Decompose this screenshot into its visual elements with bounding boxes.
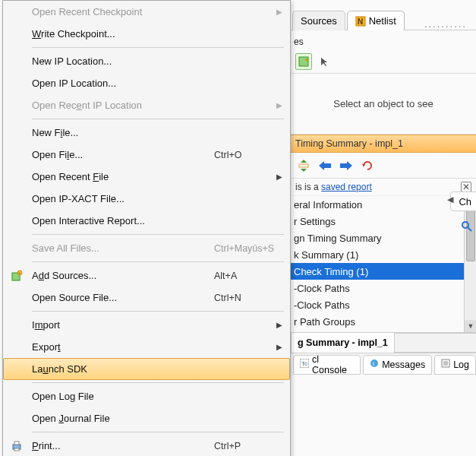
saved-report-text: is is a saved report xyxy=(295,182,456,192)
saved-report-prefix: is is a xyxy=(295,182,321,192)
source-icon-button[interactable] xyxy=(295,53,312,70)
netlist-icon: N xyxy=(355,16,366,27)
side-tab-arrow-icon[interactable]: ◀ xyxy=(447,195,453,204)
tab-sources-label: Sources xyxy=(301,15,337,27)
svg-marker-5 xyxy=(301,160,307,163)
menu-separator xyxy=(32,261,284,262)
menu-open-source-file[interactable]: Open Source File... Ctrl+N xyxy=(3,287,290,309)
scrollbar[interactable]: ▲ ▼ xyxy=(464,196,476,332)
menu-label: Open File... xyxy=(32,149,214,160)
messages-icon: i xyxy=(370,359,379,370)
menu-label: Print... xyxy=(32,440,214,451)
tab-messages[interactable]: i Messages xyxy=(363,355,432,375)
svg-rect-25 xyxy=(14,442,19,445)
menu-label: New IP Location... xyxy=(32,55,282,67)
menu-open-recent-file[interactable]: Open Recent File ▶ xyxy=(3,166,290,188)
forward-button[interactable] xyxy=(338,157,355,174)
svg-rect-7 xyxy=(299,164,308,167)
tab-overflow[interactable]: .......... xyxy=(415,18,476,30)
menu-label: Launch SDK xyxy=(32,363,282,375)
pointer-icon[interactable] xyxy=(317,53,333,70)
menu-label: Open Interactive Report... xyxy=(32,215,282,226)
report-tree: eral Information r Settings gn Timing Su… xyxy=(291,196,476,333)
menu-open-ip-location[interactable]: Open IP Location... xyxy=(3,72,290,94)
top-tab-row: Sources N Netlist .......... xyxy=(291,0,476,30)
svg-line-20 xyxy=(468,227,471,231)
menu-label: Open IP-XACT File... xyxy=(32,193,282,204)
scroll-down-icon[interactable]: ▼ xyxy=(465,320,476,332)
menu-launch-sdk[interactable]: Launch SDK xyxy=(3,358,290,380)
refresh-report-button[interactable] xyxy=(359,157,376,174)
menu-open-interactive-report[interactable]: Open Interactive Report... xyxy=(3,210,290,232)
svg-point-13 xyxy=(370,359,378,367)
menu-new-ip-location[interactable]: New IP Location... xyxy=(3,50,290,72)
add-sources-icon: + xyxy=(11,270,23,282)
menu-separator xyxy=(32,311,284,312)
tab-netlist[interactable]: N Netlist xyxy=(347,11,405,30)
saved-report-link[interactable]: saved report xyxy=(321,182,372,192)
timing-summary-bar[interactable]: Timing Summary - impl_1 xyxy=(291,135,476,153)
svg-marker-8 xyxy=(319,161,331,170)
menu-open-log-file[interactable]: Open Log File xyxy=(3,385,290,407)
side-tab-ch[interactable]: Ch xyxy=(450,192,476,211)
menu-open-file[interactable]: Open File... Ctrl+O xyxy=(3,144,290,166)
panel-tab-summary[interactable]: g Summary - impl_1 xyxy=(291,333,395,353)
tab-log-label: Log xyxy=(453,359,469,370)
tab-log[interactable]: Log xyxy=(434,355,476,375)
menu-open-ipxact[interactable]: Open IP-XACT File... xyxy=(3,188,290,210)
menu-shortcut: Ctrl+Mayús+S xyxy=(214,243,282,254)
tree-row[interactable]: -Clock Paths xyxy=(291,296,476,313)
tree-row[interactable]: Ignored Paths xyxy=(291,330,476,333)
menu-label: Open Recent Checkpoint xyxy=(32,6,275,17)
menu-shortcut: Alt+A xyxy=(214,271,282,281)
svg-marker-10 xyxy=(362,164,365,167)
svg-point-19 xyxy=(462,222,468,228)
menu-open-journal-file[interactable]: Open Journal File xyxy=(3,407,290,429)
tree-row[interactable]: r Path Groups xyxy=(291,313,476,330)
svg-marker-9 xyxy=(340,161,352,170)
submenu-arrow-icon: ▶ xyxy=(275,173,282,181)
menu-label: Save All Files... xyxy=(32,242,214,254)
submenu-arrow-icon: ▶ xyxy=(275,101,282,109)
menu-separator xyxy=(32,47,284,48)
menu-import[interactable]: Import ▶ xyxy=(3,314,290,336)
menu-new-file[interactable]: New File... xyxy=(3,122,290,144)
expand-collapse-button[interactable] xyxy=(295,157,312,174)
menu-print[interactable]: Print... Ctrl+P xyxy=(3,435,290,456)
search-icon[interactable] xyxy=(458,217,476,236)
menu-separator xyxy=(32,119,284,119)
bottom-tab-row: Tc cl Console i Messages Log xyxy=(291,353,476,374)
menu-separator xyxy=(32,234,284,235)
tree-row[interactable]: r Settings xyxy=(291,213,476,230)
svg-marker-4 xyxy=(321,58,327,66)
menu-label: Open Journal File xyxy=(32,413,282,424)
menu-save-all-files: Save All Files... Ctrl+Mayús+S xyxy=(3,237,290,259)
submenu-arrow-icon: ▶ xyxy=(275,343,282,351)
tab-tcl-label: cl Console xyxy=(312,354,354,375)
menu-add-sources[interactable]: + Add Sources... Alt+A xyxy=(3,264,290,287)
menu-write-checkpoint[interactable]: Write Checkpoint... xyxy=(3,23,290,45)
print-icon xyxy=(11,440,23,452)
menu-label: Export xyxy=(32,341,275,353)
tree-row[interactable]: k Summary (1) xyxy=(291,246,476,263)
svg-marker-6 xyxy=(301,169,307,172)
back-button[interactable] xyxy=(317,157,333,174)
tree-row[interactable]: -Clock Paths xyxy=(291,280,476,296)
menu-label: Add Sources... xyxy=(32,270,214,281)
menu-label: Open Recent IP Location xyxy=(32,100,275,111)
menu-export[interactable]: Export ▶ xyxy=(3,336,290,358)
panel-tab-row: g Summary - impl_1 xyxy=(291,333,476,353)
tree-row[interactable]: gn Timing Summary xyxy=(291,230,476,246)
submenu-arrow-icon: ▶ xyxy=(275,8,282,16)
menu-open-recent-ip-location: Open Recent IP Location ▶ xyxy=(3,94,290,116)
tab-sources[interactable]: Sources xyxy=(292,11,345,30)
svg-text:+: + xyxy=(18,271,21,275)
log-icon xyxy=(441,359,450,370)
menu-shortcut: Ctrl+P xyxy=(214,441,282,451)
close-info-button[interactable]: ✕ xyxy=(461,182,471,192)
tab-tcl-console[interactable]: Tc cl Console xyxy=(293,355,361,375)
console-icon: Tc xyxy=(300,359,309,370)
tab-netlist-label: Netlist xyxy=(369,15,396,27)
right-pane: Sources N Netlist .......... es Select a… xyxy=(291,0,476,456)
tree-row-selected[interactable]: Check Timing (1) xyxy=(291,263,476,280)
